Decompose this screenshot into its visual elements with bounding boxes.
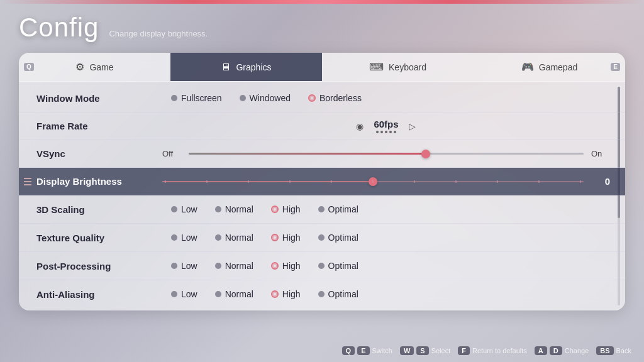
fullscreen-dot (171, 95, 177, 101)
framerate-right-arrow[interactable]: ▷ (406, 120, 419, 133)
3d-scaling-high[interactable]: High (262, 202, 309, 217)
main-panel: Q ⚙ Game 🖥 Graphics ⌨ Keyboard 🎮 Gamepad… (19, 53, 625, 310)
brightness-controls: 0 (162, 176, 610, 187)
tex-normal-dot (215, 234, 221, 241)
hint-change-desc: Change (565, 347, 589, 354)
3d-low-dot (171, 206, 177, 212)
texture-quality-controls: Low Normal High Optimal (162, 230, 610, 245)
3d-optimal-dot (318, 206, 325, 212)
tex-optimal-dot (318, 234, 325, 241)
texture-optimal[interactable]: Optimal (309, 230, 367, 245)
vsync-fill (189, 153, 426, 155)
post-normal-label: Normal (225, 261, 253, 271)
tab-bar: Q ⚙ Game 🖥 Graphics ⌨ Keyboard 🎮 Gamepad… (19, 53, 625, 82)
aa-low[interactable]: Low (162, 287, 206, 302)
hint-select-desc: Select (431, 347, 451, 354)
key-w: W (400, 346, 414, 355)
3d-scaling-low[interactable]: Low (162, 202, 206, 217)
3d-scaling-normal[interactable]: Normal (206, 202, 262, 217)
window-mode-borderless[interactable]: Borderless (299, 90, 370, 106)
post-optimal[interactable]: Optimal (309, 258, 367, 273)
bt6 (372, 180, 374, 183)
3d-scaling-controls: Low Normal High Optimal (162, 202, 610, 217)
keyboard-icon: ⌨ (369, 61, 384, 73)
aa-normal-dot (215, 291, 221, 297)
fd1 (376, 131, 379, 133)
aa-low-label: Low (181, 289, 197, 299)
active-line-1 (24, 178, 31, 179)
vsync-track[interactable] (189, 153, 584, 155)
bt9 (497, 180, 498, 183)
post-normal[interactable]: Normal (206, 258, 262, 273)
graphics-icon: 🖥 (221, 62, 231, 73)
game-icon: ⚙ (75, 61, 84, 73)
page-title: Config (19, 13, 99, 43)
active-line-2 (24, 181, 31, 182)
aa-normal-label: Normal (225, 289, 253, 299)
framerate-left-arrow[interactable]: ◉ (353, 120, 366, 133)
3d-scaling-label: 3D Scaling (36, 204, 162, 215)
aa-optimal[interactable]: Optimal (309, 287, 367, 302)
aa-low-dot (171, 291, 177, 297)
hint-defaults: F Return to defaults (458, 346, 527, 355)
key-s: S (416, 346, 428, 355)
tab-keyboard-label: Keyboard (389, 62, 426, 72)
setting-texture-quality: Texture Quality Low Normal High (19, 224, 625, 252)
tex-normal-label: Normal (225, 233, 253, 243)
post-high-dot (271, 262, 279, 270)
framerate-display: 60fps (374, 119, 398, 133)
page-subtitle: Change display brightness. (109, 29, 208, 38)
tab-keyboard[interactable]: ⌨ Keyboard (322, 53, 474, 81)
3d-scaling-optimal[interactable]: Optimal (309, 202, 367, 217)
post-normal-dot (215, 263, 221, 269)
fd4 (389, 131, 392, 133)
active-indicator (24, 178, 31, 185)
tab-gamepad-key: E (611, 63, 620, 71)
tab-gamepad-label: Gamepad (539, 62, 577, 72)
anti-aliasing-label: Anti-Aliasing (36, 289, 162, 300)
window-mode-fullscreen[interactable]: Fullscreen (162, 90, 231, 106)
hint-select: W S Select (400, 346, 450, 355)
bt2 (206, 180, 208, 183)
active-line-3 (24, 184, 31, 185)
bt4 (289, 180, 291, 183)
texture-high[interactable]: High (262, 230, 309, 245)
post-high[interactable]: High (262, 258, 309, 273)
vsync-controls: Off On (162, 149, 610, 158)
tex-high-label: High (282, 233, 301, 243)
tab-game[interactable]: Q ⚙ Game (19, 53, 170, 81)
key-d: D (550, 346, 562, 355)
3d-high-dot (271, 206, 279, 213)
setting-anti-aliasing: Anti-Aliasing Low Normal High (19, 280, 625, 308)
bt7 (414, 180, 415, 183)
framerate-dots (374, 131, 398, 133)
texture-low[interactable]: Low (162, 230, 206, 245)
fullscreen-label: Fullscreen (181, 93, 222, 103)
brightness-value: 0 (591, 176, 610, 187)
window-mode-windowed[interactable]: Windowed (231, 90, 299, 106)
texture-normal[interactable]: Normal (206, 230, 262, 245)
texture-quality-label: Texture Quality (36, 233, 162, 243)
tab-gamepad[interactable]: 🎮 Gamepad E (474, 53, 625, 81)
tab-graphics-label: Graphics (236, 62, 271, 72)
header: Config Change display brightness. (19, 13, 625, 43)
page-container: Config Change display brightness. Q ⚙ Ga… (0, 0, 644, 320)
aa-normal[interactable]: Normal (206, 287, 262, 302)
bottom-bar: Q E Switch W S Select F Return to defaul… (0, 339, 644, 362)
bt3 (248, 180, 249, 183)
key-f: F (458, 346, 470, 355)
brightness-track[interactable] (162, 181, 584, 182)
post-low-dot (171, 263, 177, 269)
aa-high[interactable]: High (262, 287, 309, 302)
tab-graphics[interactable]: 🖥 Graphics (170, 53, 322, 81)
fd2 (380, 131, 383, 133)
key-bs: BS (596, 346, 613, 355)
3d-normal-label: Normal (225, 204, 253, 214)
setting-frame-rate: Frame Rate ◉ 60fps ▷ (19, 112, 625, 140)
post-low[interactable]: Low (162, 258, 206, 273)
vsync-thumb[interactable] (421, 150, 430, 158)
key-e: E (357, 346, 369, 355)
tex-low-label: Low (181, 233, 197, 243)
vsync-max-label: On (591, 149, 610, 158)
aa-optimal-dot (318, 291, 325, 297)
